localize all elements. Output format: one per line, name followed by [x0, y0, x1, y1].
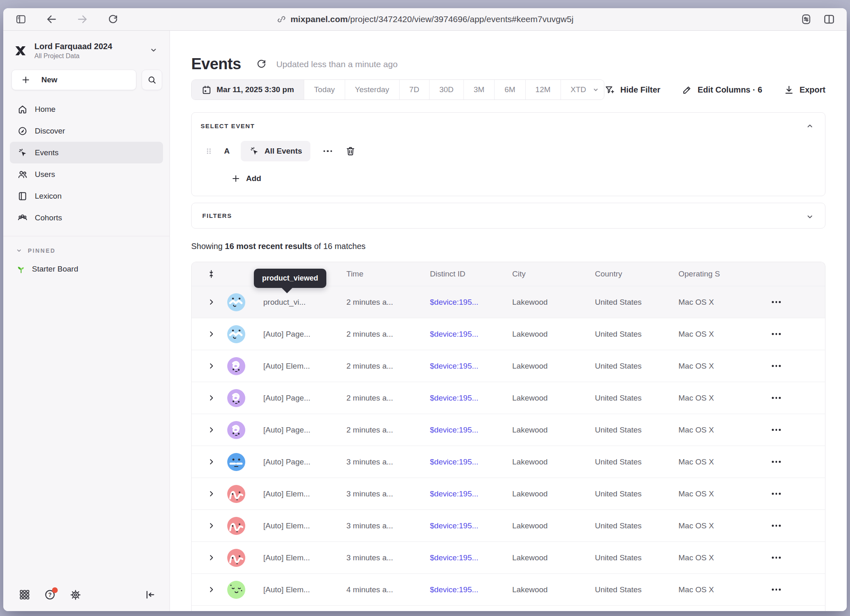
- new-button[interactable]: New: [11, 70, 136, 90]
- cell-event-name[interactable]: [Auto] Page...: [251, 426, 346, 435]
- cell-event-name[interactable]: [Auto] Elem...: [251, 553, 346, 562]
- project-switcher[interactable]: Lord Farquaad 2024 All Project Data: [3, 31, 170, 69]
- sidebar-item-lexicon[interactable]: Lexicon: [10, 185, 163, 207]
- search-button[interactable]: [142, 70, 162, 90]
- cell-event-name[interactable]: [Auto] Elem...: [251, 521, 346, 530]
- all-events-pill[interactable]: All Events: [241, 141, 310, 161]
- date-preset-30d[interactable]: 30D: [430, 80, 464, 100]
- export-button[interactable]: Export: [784, 84, 825, 95]
- cell-distinct-id[interactable]: $device:195...: [430, 457, 512, 467]
- cell-city: Lakewood: [512, 521, 595, 530]
- row-menu-icon[interactable]: [772, 461, 825, 463]
- chevron-down-icon[interactable]: [805, 212, 814, 223]
- collapse-sidebar-icon[interactable]: [143, 588, 156, 601]
- cell-city: Lakewood: [512, 330, 595, 339]
- chevron-up-icon[interactable]: [805, 122, 814, 132]
- cell-distinct-id[interactable]: $device:195...: [430, 585, 512, 594]
- column-header-country[interactable]: Country: [595, 270, 678, 279]
- cell-country: United States: [595, 394, 678, 403]
- sidebar-toggle-icon[interactable]: [15, 13, 27, 25]
- sidebar-item-events[interactable]: Events: [10, 142, 163, 163]
- cell-os: Mac OS X: [678, 298, 772, 307]
- updated-status: Updated less than a minute ago: [276, 59, 398, 69]
- row-menu-icon[interactable]: [772, 397, 825, 399]
- trash-icon[interactable]: [345, 146, 356, 156]
- url-bar[interactable]: mixpanel.com/project/3472420/view/397469…: [276, 8, 573, 30]
- cell-event-name[interactable]: [Auto] Elem...: [251, 585, 346, 594]
- sidebar-item-discover[interactable]: Discover: [10, 120, 163, 142]
- help-icon[interactable]: ?: [43, 588, 57, 601]
- row-menu-icon[interactable]: [772, 493, 825, 495]
- cell-event-name[interactable]: [Auto] Page...: [251, 457, 346, 467]
- column-header-operating-s[interactable]: Operating S: [678, 270, 772, 279]
- expand-row-icon[interactable]: [192, 457, 222, 466]
- cell-event-name[interactable]: [Auto] Elem...: [251, 362, 346, 371]
- date-preset-7d[interactable]: 7D: [400, 80, 430, 100]
- row-menu-icon[interactable]: [772, 365, 825, 367]
- expand-row-icon[interactable]: [192, 394, 222, 402]
- sidebar-item-home[interactable]: Home: [10, 98, 163, 120]
- cell-distinct-id[interactable]: $device:195...: [430, 362, 512, 371]
- collapse-rows-icon[interactable]: [206, 269, 216, 279]
- expand-row-icon[interactable]: [192, 426, 222, 434]
- date-preset-12m[interactable]: 12M: [526, 80, 561, 100]
- cell-country: United States: [595, 521, 678, 530]
- cell-event-name[interactable]: [Auto] Page...: [251, 394, 346, 403]
- expand-row-icon[interactable]: [192, 521, 222, 530]
- column-header-city[interactable]: City: [512, 270, 595, 279]
- split-view-icon[interactable]: [823, 13, 835, 25]
- date-preset-xtd[interactable]: XTD: [561, 80, 605, 100]
- cell-time: 2 minutes a...: [346, 298, 430, 307]
- edit-columns-button[interactable]: Edit Columns · 6: [682, 84, 762, 95]
- expand-row-icon[interactable]: [192, 489, 222, 498]
- date-preset-yesterday[interactable]: Yesterday: [345, 80, 400, 100]
- row-menu-icon[interactable]: [772, 301, 825, 303]
- event-avatar-icon: [227, 581, 245, 599]
- date-preset-6m[interactable]: 6M: [495, 80, 525, 100]
- apps-grid-icon[interactable]: [18, 588, 31, 601]
- cell-distinct-id[interactable]: $device:195...: [430, 330, 512, 339]
- row-menu-icon[interactable]: [772, 557, 825, 559]
- sidebar-item-users[interactable]: Users: [10, 163, 163, 185]
- back-icon[interactable]: [45, 13, 58, 25]
- row-menu-icon[interactable]: [772, 589, 825, 591]
- drag-handle-icon[interactable]: [205, 146, 213, 156]
- column-header-distinct-id[interactable]: Distinct ID: [430, 270, 512, 279]
- add-event-button[interactable]: Add: [231, 174, 814, 183]
- forward-icon[interactable]: [76, 13, 88, 25]
- cell-event-name[interactable]: [Auto] Page...: [251, 330, 346, 339]
- reload-icon[interactable]: [107, 13, 119, 25]
- date-preset-3m[interactable]: 3M: [464, 80, 495, 100]
- page-settings-icon[interactable]: [800, 13, 812, 25]
- expand-row-icon[interactable]: [192, 585, 222, 594]
- expand-row-icon[interactable]: [192, 298, 222, 306]
- row-menu-icon[interactable]: [772, 333, 825, 335]
- refresh-icon[interactable]: [256, 59, 267, 70]
- cell-distinct-id[interactable]: $device:195...: [430, 298, 512, 307]
- cell-distinct-id[interactable]: $device:195...: [430, 426, 512, 435]
- cell-distinct-id[interactable]: $device:195...: [430, 394, 512, 403]
- cell-distinct-id[interactable]: $device:195...: [430, 489, 512, 498]
- date-preset-today[interactable]: Today: [304, 80, 345, 100]
- cell-city: Lakewood: [512, 426, 595, 435]
- cell-event-name[interactable]: [Auto] Elem...: [251, 489, 346, 498]
- more-options-icon[interactable]: [321, 150, 335, 152]
- row-menu-icon[interactable]: [772, 429, 825, 431]
- expand-row-icon[interactable]: [192, 553, 222, 562]
- cell-distinct-id[interactable]: $device:195...: [430, 521, 512, 530]
- gear-icon[interactable]: [69, 588, 82, 601]
- sidebar-item-starter-board[interactable]: Starter Board: [16, 264, 163, 274]
- date-picker-segment[interactable]: Mar 11, 2025 3:30 pm: [192, 80, 304, 100]
- expand-row-icon[interactable]: [192, 330, 222, 338]
- sidebar: Lord Farquaad 2024 All Project Data New: [3, 31, 170, 611]
- expand-row-icon[interactable]: [192, 362, 222, 370]
- pinned-section-header[interactable]: PINNED: [16, 247, 163, 254]
- row-menu-icon[interactable]: [772, 525, 825, 527]
- cell-city: Lakewood: [512, 457, 595, 467]
- sidebar-item-cohorts[interactable]: Cohorts: [10, 207, 163, 229]
- column-header-time[interactable]: Time: [346, 270, 430, 279]
- cell-event-name[interactable]: product_vi...: [251, 298, 346, 307]
- cell-distinct-id[interactable]: $device:195...: [430, 553, 512, 562]
- plus-icon: [21, 75, 31, 85]
- hide-filter-button[interactable]: Hide Filter: [604, 84, 660, 95]
